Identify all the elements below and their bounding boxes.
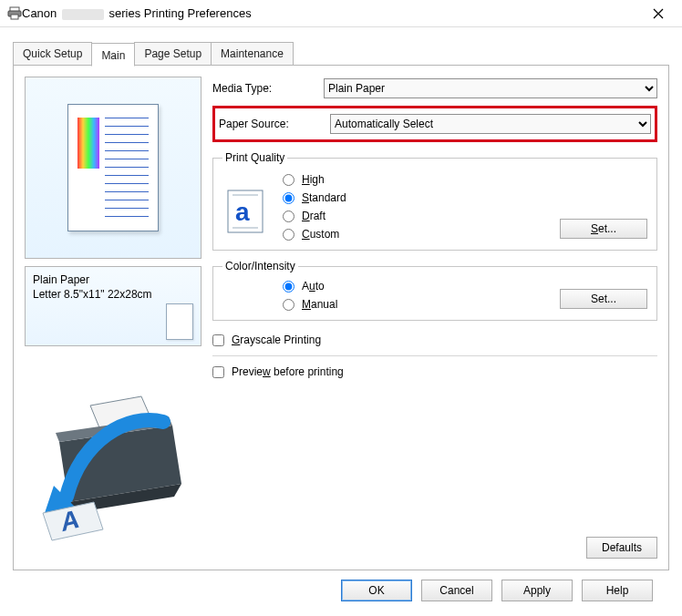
printer-illustration: A [25,376,202,559]
media-info-box: Plain Paper Letter 8.5"x11" 22x28cm [25,266,202,346]
print-quality-group: Print Quality a High [212,151,657,251]
color-intensity-legend: Color/Intensity [222,260,298,272]
dialog-buttons: OK Cancel Apply Help [13,570,669,601]
media-type-select[interactable]: Plain Paper [324,78,657,98]
paper-source-row: Paper Source: Automatically Select [219,112,651,136]
separator [212,355,657,356]
tab-page-setup[interactable]: Page Setup [134,42,212,66]
quality-radios: High Standard Draft Custom [283,173,532,241]
tabstrip: Quick Setup Main Page Setup Maintenance [13,42,669,66]
preview-checkbox[interactable]: Preview before printing [212,365,657,378]
page-preview [25,77,202,259]
ok-button[interactable]: OK [341,580,412,601]
defaults-button[interactable]: Defaults [586,537,657,559]
svg-rect-2 [11,15,18,19]
ci-set-button[interactable]: Set... [560,289,647,309]
printer-icon [7,6,22,21]
media-type-row: Media Type: Plain Paper [212,77,657,100]
window-title: Canon series Printing Preferences [22,6,640,20]
paper-source-select[interactable]: Automatically Select [330,114,651,134]
tab-main[interactable]: Main [91,43,135,67]
quality-standard[interactable]: Standard [283,191,532,204]
titlebar: Canon series Printing Preferences [0,0,682,27]
quality-preview-icon: a [222,186,268,237]
dialog-body: Quick Setup Main Page Setup Maintenance … [0,27,682,611]
media-type-label: Media Type: [212,82,316,95]
media-info-line1: Plain Paper [33,272,193,287]
paper-source-label: Paper Source: [219,118,323,130]
tab-panel-main: Plain Paper Letter 8.5"x11" 22x28cm A [13,65,669,570]
right-column: Media Type: Plain Paper Paper Source: Au… [212,77,657,559]
svg-text:a: a [235,198,250,226]
ci-manual[interactable]: Manual [283,298,532,311]
left-column: Plain Paper Letter 8.5"x11" 22x28cm A [25,77,202,559]
close-button[interactable] [640,1,677,26]
ci-radios: Auto Manual [283,280,532,311]
tab-maintenance[interactable]: Maintenance [211,42,294,66]
quality-draft[interactable]: Draft [283,210,532,222]
media-info-line2: Letter 8.5"x11" 22x28cm [33,287,193,302]
quality-high[interactable]: High [283,173,532,186]
help-button[interactable]: Help [582,580,653,601]
apply-button[interactable]: Apply [501,580,573,601]
page-preview-icon [67,104,159,231]
ci-auto[interactable]: Auto [283,280,532,293]
grayscale-checkbox[interactable]: Grayscale Printing [212,334,657,346]
redacted-model [62,9,104,20]
color-intensity-group: Color/Intensity Auto Manual Set... [212,260,657,321]
quality-custom[interactable]: Custom [283,228,532,241]
tab-quick-setup[interactable]: Quick Setup [13,42,92,66]
paper-source-highlight: Paper Source: Automatically Select [212,106,657,142]
quality-set-button[interactable]: Set... [560,219,647,239]
cancel-button[interactable]: Cancel [421,580,492,601]
print-quality-legend: Print Quality [222,151,287,164]
orientation-thumb [166,303,193,340]
